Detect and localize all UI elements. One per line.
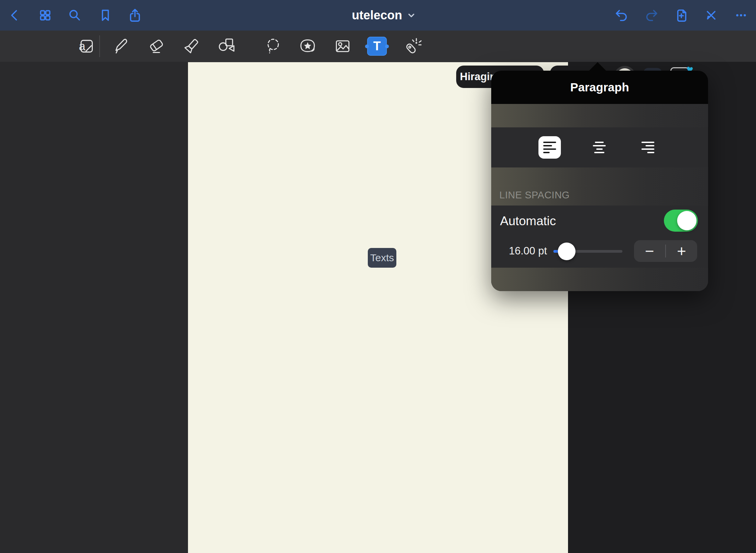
elements-icon <box>298 36 317 56</box>
share-button[interactable] <box>127 8 142 23</box>
lasso-icon <box>264 36 284 56</box>
page-grid-icon <box>38 8 53 23</box>
increase-spacing-button[interactable]: + <box>666 240 697 262</box>
search-button[interactable] <box>67 8 82 23</box>
popover-header: Paragraph <box>491 71 708 104</box>
spacing-stepper: − + <box>634 240 697 262</box>
toggle-knob <box>677 211 697 230</box>
redo-icon <box>644 8 659 23</box>
shapes-icon <box>217 36 237 56</box>
image-tool-button[interactable] <box>332 36 353 56</box>
more-menu-button[interactable] <box>734 8 749 23</box>
automatic-row: Automatic <box>491 206 708 237</box>
thumbnails-button[interactable] <box>38 8 53 23</box>
text-object-label: Texts <box>370 252 394 264</box>
toolbar-divider <box>99 35 100 57</box>
text-object[interactable]: Texts <box>368 248 396 268</box>
back-button[interactable] <box>7 8 22 23</box>
text-tool-handle-right <box>385 44 389 48</box>
stylus-toggle-button[interactable] <box>704 8 719 23</box>
undo-button[interactable] <box>614 8 629 23</box>
spacing-slider-row: 16.00 pt − + <box>491 237 708 268</box>
document-title-button[interactable]: utelecon <box>328 0 440 31</box>
bookmark-icon <box>98 8 113 23</box>
align-right-button[interactable] <box>637 136 659 159</box>
decrease-spacing-button[interactable]: − <box>634 240 665 262</box>
lasso-tool-button[interactable] <box>263 36 284 56</box>
eraser-tool-button[interactable] <box>146 36 167 56</box>
elements-tool-button[interactable] <box>297 36 318 56</box>
paragraph-popover: Paragraph <box>491 71 708 291</box>
more-ellipsis-icon <box>734 8 749 23</box>
text-tool-handle-left <box>365 44 369 48</box>
search-icon <box>67 8 82 23</box>
laser-pointer-button[interactable] <box>402 36 423 56</box>
pen-icon <box>111 36 131 56</box>
add-page-button[interactable] <box>674 8 689 23</box>
edit-mode-icon: a <box>76 36 96 56</box>
alignment-row <box>491 127 708 167</box>
tools-toolbar: a <box>0 31 756 62</box>
highlighter-tool-button[interactable] <box>181 36 202 56</box>
align-right-icon <box>641 142 654 153</box>
text-tool-button[interactable]: T <box>367 37 387 56</box>
popover-title: Paragraph <box>570 81 629 94</box>
align-center-icon <box>593 142 606 153</box>
shapes-tool-button[interactable] <box>217 36 237 56</box>
automatic-line-spacing-toggle[interactable] <box>664 210 698 232</box>
laser-pointer-icon <box>402 36 422 56</box>
popover-arrow <box>589 62 606 71</box>
align-left-button[interactable] <box>538 136 561 159</box>
line-spacing-section-header: LINE SPACING <box>499 190 570 201</box>
automatic-label: Automatic <box>500 214 556 228</box>
eraser-icon <box>147 36 166 56</box>
top-navigation-bar: utelecon <box>0 0 756 31</box>
popover-band-bottom <box>491 268 708 291</box>
redo-button[interactable] <box>644 8 659 23</box>
share-icon <box>127 8 142 23</box>
spacing-slider-thumb[interactable] <box>558 243 575 260</box>
bookmark-button[interactable] <box>98 8 113 23</box>
document-title: utelecon <box>352 8 402 22</box>
chevron-down-icon <box>407 11 416 20</box>
edit-mode-button[interactable]: a <box>76 36 96 56</box>
highlighter-icon <box>182 36 201 56</box>
pen-tool-button[interactable] <box>110 36 131 56</box>
back-chevron-icon <box>7 8 22 23</box>
align-left-icon <box>543 142 556 153</box>
svg-text:a: a <box>79 40 86 53</box>
image-icon <box>333 36 353 56</box>
popover-band-top <box>491 104 708 127</box>
text-tool-icon: T <box>373 39 381 53</box>
line-spacing-section-band: LINE SPACING <box>491 167 708 206</box>
add-page-icon <box>674 8 689 23</box>
align-center-button[interactable] <box>588 136 611 159</box>
undo-icon <box>614 8 629 23</box>
spacing-value: 16.00 pt <box>509 245 547 257</box>
stylus-disabled-icon <box>704 8 719 23</box>
